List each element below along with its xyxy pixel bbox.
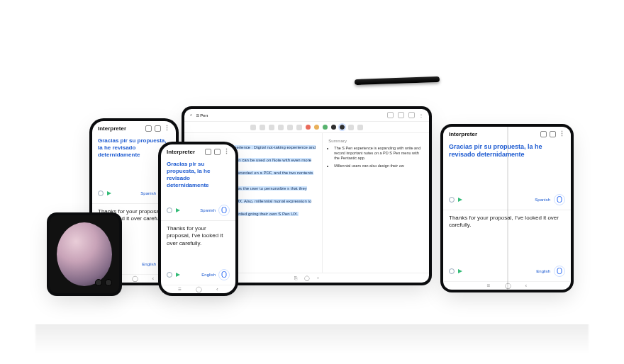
highlighter-tool-icon[interactable] bbox=[278, 125, 284, 130]
flip-phone-closed bbox=[50, 215, 119, 293]
nav-recent-icon[interactable]: ⎘ bbox=[294, 275, 297, 280]
play-icon[interactable] bbox=[176, 208, 180, 212]
source-pane: Gracias pir su propuesta, la he revisado… bbox=[161, 157, 235, 221]
share-icon[interactable] bbox=[387, 112, 394, 118]
settings-icon[interactable] bbox=[550, 131, 556, 137]
summary-heading: Summary bbox=[328, 139, 423, 143]
text-tool-icon[interactable] bbox=[348, 125, 354, 130]
app-title: Interpreter bbox=[449, 131, 477, 137]
play-icon[interactable] bbox=[176, 273, 180, 277]
mute-icon[interactable] bbox=[167, 272, 172, 278]
nav-recent-icon[interactable]: ≡ bbox=[178, 286, 182, 292]
source-text: Gracias pir su propuesta, la he revisado… bbox=[167, 161, 230, 189]
nav-back-icon[interactable]: ‹ bbox=[525, 283, 528, 289]
target-lang[interactable]: English bbox=[536, 269, 550, 273]
doc-title: S Pen bbox=[196, 113, 208, 118]
mute-icon[interactable] bbox=[449, 268, 455, 274]
more-icon[interactable]: ⋮ bbox=[559, 131, 565, 137]
color-swatch[interactable] bbox=[306, 125, 311, 130]
nav-back-icon[interactable]: ‹ bbox=[152, 275, 155, 282]
device-lineup: ‹ S Pen ⋮ Exanding the S Pen exper bbox=[0, 42, 624, 322]
more-icon[interactable]: ⋮ bbox=[164, 125, 170, 132]
phone-nav: ≡ ◯ ‹ bbox=[443, 281, 571, 290]
target-pane: Thanks for your proposal, I've looked it… bbox=[161, 221, 235, 285]
nav-home-icon[interactable]: ◯ bbox=[196, 286, 202, 292]
summary-panel: Summary The S Pen experience is expandin… bbox=[322, 133, 429, 273]
more-icon[interactable]: ⋮ bbox=[223, 149, 230, 155]
nav-back-icon[interactable]: ‹ bbox=[216, 286, 218, 292]
color-swatch[interactable] bbox=[314, 125, 319, 130]
camera-lens-icon bbox=[105, 279, 112, 286]
nav-recent-icon[interactable]: ≡ bbox=[487, 283, 491, 289]
source-lang[interactable]: Spanish bbox=[200, 208, 216, 212]
fold-phone: Interpreter ⋮ Gracias pir su propuesta, … bbox=[443, 127, 571, 290]
mute-icon[interactable] bbox=[449, 197, 455, 203]
back-chevron-icon[interactable]: ‹ bbox=[190, 112, 192, 118]
camera-lens-icon bbox=[95, 279, 102, 286]
nav-home-icon[interactable]: ◯ bbox=[132, 275, 138, 282]
select-tool-icon[interactable] bbox=[296, 125, 302, 130]
redo-icon[interactable] bbox=[260, 125, 265, 130]
target-text: Thanks for your proposal, I've looked it… bbox=[449, 215, 565, 229]
undo-icon[interactable] bbox=[250, 125, 256, 130]
settings-icon[interactable] bbox=[155, 125, 161, 132]
color-swatch[interactable] bbox=[323, 125, 328, 130]
history-icon[interactable] bbox=[145, 125, 152, 132]
add-icon[interactable] bbox=[408, 112, 415, 118]
target-pane: Thanks for your proposal, I've looked it… bbox=[443, 210, 571, 281]
color-swatch[interactable] bbox=[340, 125, 345, 130]
nav-back-icon[interactable]: ‹ bbox=[317, 275, 318, 280]
slab-phone: Interpreter ⋮ Gracias pir su propuesta, … bbox=[161, 144, 235, 293]
nav-home-icon[interactable]: ◯ bbox=[304, 275, 310, 281]
floor-reflection bbox=[35, 324, 589, 354]
color-swatch[interactable] bbox=[331, 125, 336, 130]
play-icon[interactable] bbox=[107, 191, 111, 195]
s-pen-stylus bbox=[355, 76, 440, 85]
source-text: Gracias pir su propuesta, la he revisado… bbox=[449, 143, 565, 159]
mic-button[interactable] bbox=[218, 205, 230, 216]
nav-home-icon[interactable]: ◯ bbox=[505, 283, 511, 289]
phone-nav: ≡ ◯ ‹ bbox=[161, 285, 235, 293]
summary-bullet: Millennial users can also design their o… bbox=[334, 164, 423, 169]
interpreter-header: Interpreter ⋮ bbox=[161, 144, 235, 157]
history-icon[interactable] bbox=[540, 131, 547, 137]
target-lang[interactable]: English bbox=[201, 273, 216, 277]
target-text: Thanks for your proposal, I've looked it… bbox=[167, 225, 230, 247]
interpreter-header: Interpreter ⋮ bbox=[92, 121, 176, 133]
play-icon[interactable] bbox=[458, 198, 462, 202]
tablet-titlebar: ‹ S Pen ⋮ bbox=[184, 109, 429, 122]
play-icon[interactable] bbox=[458, 269, 462, 273]
summary-bullet: The S Pen experience is expanding with w… bbox=[334, 146, 423, 161]
source-text: Gracias pir su propuesta, la he revisado… bbox=[98, 137, 170, 159]
app-title: Interpreter bbox=[98, 125, 126, 132]
mute-icon[interactable] bbox=[167, 207, 172, 213]
tablet-toolbar bbox=[184, 122, 429, 133]
eraser-tool-icon[interactable] bbox=[287, 125, 293, 130]
source-lang[interactable]: Spanish bbox=[535, 198, 550, 202]
ai-tool-icon[interactable] bbox=[357, 125, 363, 130]
history-icon[interactable] bbox=[205, 149, 211, 155]
cover-screen-wallpaper bbox=[57, 222, 112, 286]
pen-tool-icon[interactable] bbox=[269, 125, 274, 130]
target-lang[interactable]: English bbox=[142, 262, 156, 266]
app-title: Interpreter bbox=[167, 149, 195, 155]
mute-icon[interactable] bbox=[98, 190, 104, 196]
source-pane: Gracias pir su propuesta, la he revisado… bbox=[443, 139, 571, 210]
more-icon[interactable]: ⋮ bbox=[419, 113, 423, 118]
mic-button[interactable] bbox=[554, 194, 565, 205]
source-lang[interactable]: Spanish bbox=[140, 191, 156, 195]
mic-button[interactable] bbox=[554, 266, 565, 277]
export-icon[interactable] bbox=[398, 112, 404, 118]
interpreter-header: Interpreter ⋮ bbox=[443, 127, 571, 139]
settings-icon[interactable] bbox=[214, 149, 221, 155]
mic-button[interactable] bbox=[218, 269, 230, 280]
